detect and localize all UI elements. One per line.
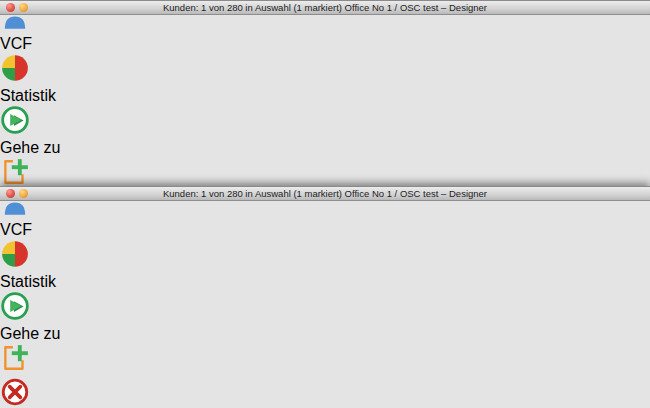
toolbar-button-statistik[interactable]: Statistik bbox=[0, 239, 650, 291]
statistics-pie-icon bbox=[0, 53, 30, 83]
goto-play-icon bbox=[0, 291, 30, 321]
toolbar-label: VCF bbox=[0, 35, 650, 53]
goto-play-icon bbox=[0, 105, 30, 135]
window-title: Kunden: 1 von 280 in Auswahl (1 markiert… bbox=[0, 2, 650, 13]
screen: Kunden: 1 von 280 in Auswahl (1 markiert… bbox=[0, 0, 650, 408]
delete-x-icon bbox=[0, 377, 30, 407]
title-bar: Kunden: 1 von 280 in Auswahl (1 markiert… bbox=[0, 1, 650, 15]
window-title: Kunden: 1 von 280 in Auswahl (1 markiert… bbox=[0, 188, 650, 199]
statistics-pie-icon bbox=[0, 239, 30, 269]
toolbar-label: Gehe zu bbox=[0, 325, 650, 343]
title-bar: Kunden: 1 von 280 in Auswahl (1 markiert… bbox=[0, 187, 650, 201]
toolbar-button-new[interactable] bbox=[0, 343, 650, 377]
kunden-window-top: Kunden: 1 von 280 in Auswahl (1 markiert… bbox=[0, 0, 650, 186]
toolbar-button-gehe-zu[interactable]: Gehe zu bbox=[0, 291, 650, 343]
toolbar-label: VCF bbox=[0, 221, 650, 239]
toolbar-button-new[interactable] bbox=[0, 157, 650, 186]
kunden-window-bottom: Kunden: 1 von 280 in Auswahl (1 markiert… bbox=[0, 186, 650, 408]
toolbar-label: Gehe zu bbox=[0, 139, 650, 157]
toolbar-button-gehe-zu[interactable]: Gehe zu bbox=[0, 105, 650, 157]
toolbar: VCF Statistik Gehe zu bbox=[0, 187, 650, 408]
new-record-plus-icon bbox=[0, 343, 30, 373]
toolbar-button-delete[interactable] bbox=[0, 377, 650, 408]
toolbar-label: Statistik bbox=[0, 87, 650, 105]
toolbar-label: Statistik bbox=[0, 273, 650, 291]
toolbar-button-statistik[interactable]: Statistik bbox=[0, 53, 650, 105]
new-record-plus-icon bbox=[0, 157, 30, 186]
toolbar: VCF Statistik Gehe zu bbox=[0, 1, 650, 186]
